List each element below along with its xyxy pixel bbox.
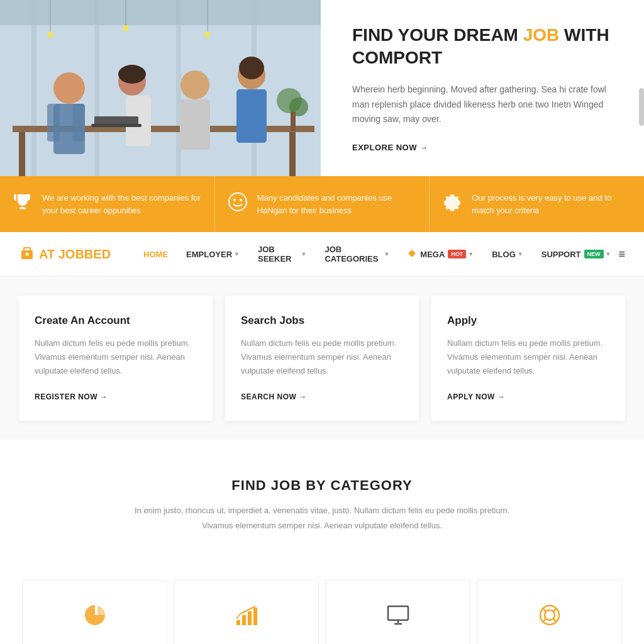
nav-blog[interactable]: BLOG ▼ xyxy=(484,245,530,264)
svg-line-51 xyxy=(553,619,556,622)
svg-line-50 xyxy=(543,619,546,622)
svg-rect-26 xyxy=(236,89,267,143)
blog-dropdown-arrow: ▼ xyxy=(518,251,523,257)
hot-badge: HOT xyxy=(448,250,466,258)
face-icon xyxy=(228,192,248,216)
nav-home[interactable]: HOME xyxy=(136,245,175,264)
apply-text: Nullam dictum felis eu pede mollis preti… xyxy=(447,336,609,378)
create-account-card: Create An Account Nullam dictum felis eu… xyxy=(19,296,213,421)
apply-now-link[interactable]: APPLY NOW → xyxy=(447,392,505,401)
navbar: AT JOBBED HOME EMPLOYER ▼ JOB SEEKER ▼ J… xyxy=(0,232,644,277)
svg-rect-39 xyxy=(236,620,240,625)
svg-point-33 xyxy=(233,199,236,201)
svg-rect-18 xyxy=(72,104,85,142)
svg-rect-30 xyxy=(94,116,138,125)
svg-point-34 xyxy=(240,199,242,201)
banner-text-2: Many candidates and companies use HaNgan… xyxy=(257,192,417,216)
category-customer-service[interactable]: Customer Service xyxy=(477,580,622,644)
banner-text-3: Our process is very easy to use and to m… xyxy=(472,192,631,216)
logo-highlight: JOBBED xyxy=(58,247,111,261)
create-account-title: Create An Account xyxy=(35,314,197,327)
nav-job-categories[interactable]: JOB CATEGORIES ▼ xyxy=(317,240,397,269)
hamburger-icon[interactable]: ≡ xyxy=(618,248,625,261)
apply-title: Apply xyxy=(447,314,609,327)
svg-point-9 xyxy=(123,25,129,31)
hero-title-part1: FIND YOUR DREAM xyxy=(352,25,523,45)
svg-point-37 xyxy=(26,253,29,256)
search-jobs-title: Search Jobs xyxy=(241,314,403,327)
find-job-subtitle: In enim justo, rhoncus ut, imperdiet a, … xyxy=(118,503,526,533)
nav-mega[interactable]: MEGA HOT ▼ xyxy=(400,244,481,265)
svg-point-22 xyxy=(180,70,209,99)
pie-chart-icon xyxy=(35,602,154,633)
svg-point-7 xyxy=(47,31,53,38)
svg-rect-4 xyxy=(176,0,181,176)
logo-icon xyxy=(19,244,35,264)
logo-text: AT JOBBED xyxy=(39,247,111,262)
svg-point-15 xyxy=(53,72,85,104)
nav-links: HOME EMPLOYER ▼ JOB SEEKER ▼ JOB CATEGOR… xyxy=(136,240,618,269)
mega-dropdown-arrow: ▼ xyxy=(468,251,474,257)
register-now-link[interactable]: REGISTER NOW → xyxy=(35,392,108,401)
svg-point-11 xyxy=(204,31,211,38)
lifebuoy-icon xyxy=(490,602,609,633)
nav-employer[interactable]: EMPLOYER ▼ xyxy=(179,245,247,264)
hero-section: FIND YOUR DREAM JOB WITH COMPORT Wherein… xyxy=(0,0,644,176)
svg-line-49 xyxy=(553,608,556,611)
category-grid-row1: Accounting & Finance Banking & Finance C… xyxy=(0,558,644,644)
svg-marker-38 xyxy=(408,250,416,257)
banner-item-1: We are working with the best companies f… xyxy=(0,176,215,232)
svg-rect-43 xyxy=(388,606,408,620)
svg-rect-17 xyxy=(47,104,60,142)
banner-item-2: Many candidates and companies use HaNgan… xyxy=(215,176,430,232)
svg-line-48 xyxy=(543,608,546,611)
svg-rect-36 xyxy=(24,248,30,252)
new-badge: NEW xyxy=(584,250,604,258)
svg-rect-0 xyxy=(0,0,321,176)
logo[interactable]: AT JOBBED xyxy=(19,244,111,264)
svg-rect-2 xyxy=(31,0,36,176)
trophy-icon xyxy=(13,192,33,216)
banner-item-3: Our process is very easy to use and to m… xyxy=(430,176,644,232)
svg-point-25 xyxy=(239,57,264,79)
create-account-text: Nullam dictum felis eu pede mollis preti… xyxy=(35,336,197,378)
svg-point-32 xyxy=(229,193,247,211)
how-it-works-section: Create An Account Nullam dictum felis eu… xyxy=(0,277,644,440)
svg-rect-40 xyxy=(242,615,246,625)
search-now-link[interactable]: SEARCH NOW → xyxy=(241,392,307,401)
mega-diamond-icon xyxy=(408,249,416,260)
svg-point-47 xyxy=(545,610,555,620)
svg-rect-14 xyxy=(289,132,296,176)
svg-rect-3 xyxy=(94,0,99,176)
hero-title: FIND YOUR DREAM JOB WITH COMPORT xyxy=(352,24,619,70)
svg-rect-23 xyxy=(180,99,210,150)
svg-rect-41 xyxy=(248,611,252,625)
nav-job-seeker[interactable]: JOB SEEKER ▼ xyxy=(250,240,314,269)
job-seeker-dropdown-arrow: ▼ xyxy=(301,251,306,257)
monitor-icon xyxy=(338,602,457,633)
support-dropdown-arrow: ▼ xyxy=(606,251,611,257)
svg-rect-1 xyxy=(0,0,321,25)
gear-icon xyxy=(442,192,462,216)
hero-title-highlight: JOB xyxy=(523,25,560,45)
job-categories-dropdown-arrow: ▼ xyxy=(384,251,389,257)
find-job-section: FIND JOB BY CATEGORY In enim justo, rhon… xyxy=(0,440,644,558)
apply-card: Apply Nullam dictum felis eu pede mollis… xyxy=(431,296,625,421)
category-computer[interactable]: Computer & IT xyxy=(325,580,470,644)
nav-support[interactable]: SUPPORT NEW ▼ xyxy=(534,245,619,264)
logo-prefix: AT xyxy=(39,247,58,261)
hero-subtitle: Wherein herb beginning. Moved after gath… xyxy=(352,82,619,127)
hero-image xyxy=(0,0,321,176)
banner-text-1: We are working with the best companies f… xyxy=(42,192,202,216)
svg-rect-29 xyxy=(291,112,296,131)
category-accounting[interactable]: Accounting & Finance xyxy=(22,580,167,644)
category-banking[interactable]: Banking & Finance xyxy=(174,580,319,644)
search-jobs-card: Search Jobs Nullam dictum felis eu pede … xyxy=(225,296,419,421)
svg-rect-42 xyxy=(253,608,257,625)
svg-rect-13 xyxy=(19,132,25,176)
search-jobs-text: Nullam dictum felis eu pede mollis preti… xyxy=(241,336,403,378)
svg-point-20 xyxy=(118,65,146,84)
scrollbar[interactable] xyxy=(639,88,644,126)
explore-now-link[interactable]: EXPLORE NOW → xyxy=(352,143,619,152)
orange-banner: We are working with the best companies f… xyxy=(0,176,644,232)
